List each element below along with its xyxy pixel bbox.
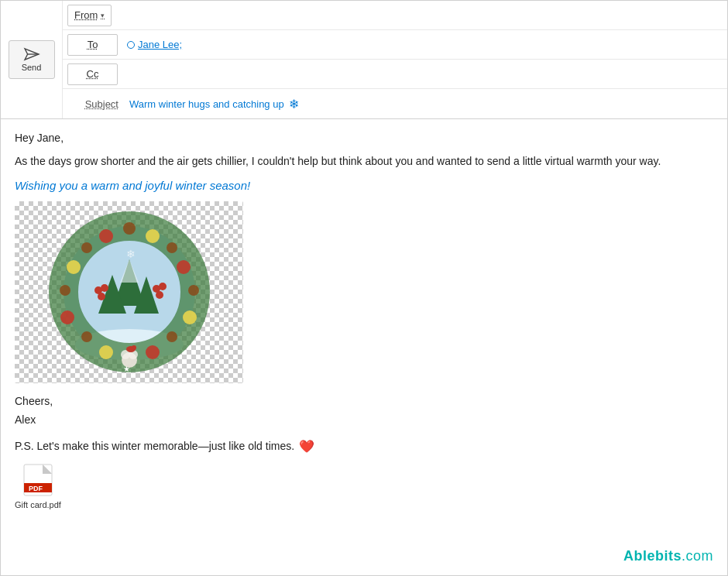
wreath-image: ❄	[15, 201, 243, 383]
send-label: Send	[22, 63, 42, 72]
to-button[interactable]: To	[67, 34, 118, 56]
email-compose-window: Send From ▾ To	[0, 0, 728, 576]
snowflake-icon: ❄	[289, 97, 299, 111]
wreath-svg-wrapper: ❄	[15, 201, 243, 383]
send-cell: Send	[1, 1, 63, 118]
svg-text:PDF: PDF	[29, 485, 43, 492]
branding-name: Ablebits	[623, 548, 682, 564]
svg-point-16	[167, 331, 177, 342]
svg-point-10	[123, 222, 136, 235]
svg-point-12	[167, 242, 177, 253]
email-body: Hey Jane, As the days grow shorter and t…	[1, 119, 727, 544]
ps-line: P.S. Let's make this winter memorable—ju…	[15, 439, 713, 454]
sign-off: Cheers, Alex	[15, 393, 713, 430]
pdf-label: Gift card.pdf	[15, 500, 61, 509]
to-contact-name: Jane Lee;	[138, 39, 182, 50]
contact-dot-icon	[127, 41, 135, 49]
from-chevron: ▾	[101, 12, 105, 19]
from-label: From	[74, 9, 98, 21]
cc-value	[122, 71, 727, 77]
sign-off-line1: Cheers,	[15, 393, 713, 411]
subject-text: Warm winter hugs and catching up	[129, 98, 284, 110]
svg-point-32	[159, 283, 167, 290]
cc-row: Cc	[63, 60, 727, 89]
svg-point-13	[60, 285, 70, 296]
svg-point-21	[60, 310, 74, 324]
email-footer: Ablebits.com	[1, 544, 727, 575]
from-row: From ▾	[63, 1, 727, 30]
cc-button[interactable]: Cc	[67, 63, 118, 85]
branding: Ablebits.com	[623, 548, 713, 564]
greeting-text: Hey Jane,	[15, 132, 713, 144]
svg-point-15	[81, 331, 92, 342]
svg-point-33	[156, 291, 163, 299]
ps-text: P.S. Let's make this winter memorable—ju…	[15, 440, 294, 452]
svg-point-35	[132, 345, 136, 350]
svg-point-24	[146, 345, 160, 359]
svg-point-17	[99, 229, 113, 243]
svg-point-14	[188, 285, 199, 296]
email-header: Send From ▾ To	[1, 1, 727, 119]
heart-icon: ❤️	[299, 439, 314, 454]
pdf-icon: PDF	[22, 463, 53, 497]
highlight-text: Wishing you a warm and joyful winter sea…	[15, 179, 713, 192]
send-icon	[23, 47, 40, 61]
subject-value: Warm winter hugs and catching up ❄	[125, 94, 727, 115]
fields-column: From ▾ To Jane Lee;	[63, 1, 727, 118]
svg-point-20	[177, 260, 191, 274]
subject-label: Subject	[63, 98, 125, 110]
from-button[interactable]: From ▾	[67, 5, 112, 26]
sign-off-line2: Alex	[15, 411, 713, 430]
svg-text:★: ★	[123, 365, 130, 373]
subject-row: Subject Warm winter hugs and catching up…	[63, 89, 727, 118]
svg-text:❄: ❄	[126, 248, 136, 260]
svg-point-19	[67, 260, 81, 274]
header-layout: Send From ▾ To	[1, 1, 727, 118]
svg-point-23	[99, 345, 113, 359]
svg-point-11	[81, 242, 92, 253]
to-contact-chip[interactable]: Jane Lee;	[127, 39, 182, 50]
svg-point-18	[146, 229, 160, 243]
svg-point-29	[101, 284, 108, 292]
to-row: To Jane Lee;	[63, 30, 727, 60]
from-value	[116, 12, 727, 19]
wreath-decoration: ❄	[21, 205, 238, 379]
svg-point-30	[98, 293, 105, 300]
pdf-attachment[interactable]: PDF Gift card.pdf	[15, 463, 61, 509]
send-button[interactable]: Send	[9, 40, 55, 79]
branding-suffix: .com	[682, 548, 713, 564]
to-value: Jane Lee;	[122, 36, 727, 53]
intro-text: As the days grow shorter and the air get…	[15, 153, 713, 170]
attachment-area: PDF Gift card.pdf	[15, 463, 713, 509]
svg-point-22	[183, 310, 197, 324]
